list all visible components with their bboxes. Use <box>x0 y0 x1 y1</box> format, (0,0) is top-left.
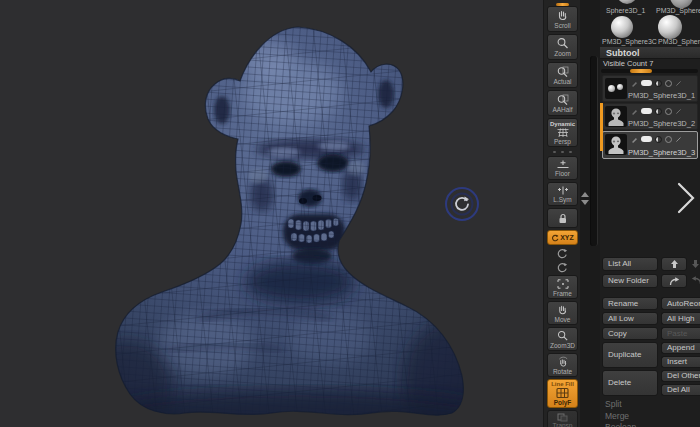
rotate-button[interactable]: Rotate <box>547 353 578 377</box>
duplicate-button[interactable]: Duplicate <box>602 342 658 368</box>
visible-count-label: Visible Count 7 <box>603 59 653 68</box>
rotate-cursor-icon[interactable] <box>443 185 481 223</box>
local-lock-button[interactable] <box>547 208 578 228</box>
autoreorder-button[interactable]: AutoReorder <box>661 297 700 310</box>
all-low-button[interactable]: All Low <box>602 312 658 325</box>
polyframe-button[interactable]: Line Fill PolyF <box>547 379 578 408</box>
shelf-slider-fill <box>556 3 569 6</box>
slash-icon[interactable] <box>675 80 682 87</box>
down-arrow-icon[interactable] <box>691 259 700 269</box>
insert-button[interactable]: Insert <box>661 356 700 368</box>
subtool-item-label: PM3D_Sphere3D_1 <box>627 91 696 100</box>
del-all-button[interactable]: Del All <box>661 384 700 396</box>
delete-button[interactable]: Delete <box>602 370 658 396</box>
move-button[interactable]: Move <box>547 301 578 325</box>
circle-icon[interactable] <box>665 108 672 115</box>
aahalf-button[interactable]: AAHalf <box>547 90 578 116</box>
subtool-item[interactable]: PM3D_Sphere3D_1 <box>602 75 698 102</box>
scroll-up-icon[interactable] <box>581 192 589 197</box>
half-circle-icon[interactable] <box>655 108 662 115</box>
thumbnail-label: PM3D_Sphere3C <box>602 38 657 45</box>
subtool-header[interactable]: Subtool <box>600 47 700 59</box>
subtool-thumb-bust <box>605 134 627 155</box>
scroll-button[interactable]: Scroll <box>547 6 578 32</box>
paste-button[interactable]: Paste <box>661 327 700 340</box>
tool-thumbnail[interactable] <box>611 16 633 38</box>
subtool-item-label: PM3D_Sphere3D_3 <box>627 148 696 157</box>
shelf-separator <box>551 149 575 154</box>
transp-button[interactable]: Transp <box>547 410 578 427</box>
rotate-arc-icon <box>551 234 559 242</box>
viewport-canvas[interactable] <box>0 0 543 427</box>
lsym-button[interactable]: L.Sym <box>547 182 578 206</box>
floor-icon <box>556 159 570 170</box>
rename-button[interactable]: Rename <box>602 297 658 310</box>
eye-pill-icon[interactable] <box>641 108 652 114</box>
magnifier-icon <box>556 93 570 106</box>
frame-icon <box>556 278 570 290</box>
persp-button[interactable]: Dynamic Persp <box>547 118 578 147</box>
hand-icon <box>556 9 570 22</box>
y-rotation-button[interactable] <box>547 247 578 259</box>
pencil-icon[interactable] <box>631 80 638 87</box>
subtool-thumb-spheres <box>605 78 627 99</box>
half-circle-icon[interactable] <box>655 80 662 87</box>
merge-section-label[interactable]: Merge <box>605 411 629 421</box>
hand-icon <box>556 304 570 316</box>
tool-thumbnail[interactable] <box>658 15 682 39</box>
copy-button[interactable]: Copy <box>602 327 658 340</box>
eye-pill-icon[interactable] <box>641 136 652 142</box>
right-shelf: Scroll Zoom Actual AAHalf Dynamic Persp … <box>543 0 581 427</box>
split-section-label[interactable]: Split <box>605 399 622 409</box>
zoom-button[interactable]: Zoom <box>547 34 578 60</box>
all-high-button[interactable]: All High <box>661 312 700 325</box>
subtool-item-label: PM3D_Sphere3D_2 <box>627 119 696 128</box>
subtool-item-icons <box>631 135 682 143</box>
z-rotation-button[interactable] <box>547 261 578 273</box>
active-range-bar <box>600 103 603 151</box>
zbrush-window: Scroll Zoom Actual AAHalf Dynamic Persp … <box>0 0 700 427</box>
magnifier-icon <box>556 37 570 50</box>
subtool-panel: Sphere3D_1 PM3D_Sphere PM3D_Sphere3C PM3… <box>600 0 700 427</box>
boolean-section-label[interactable]: Boolean <box>605 422 636 427</box>
move-to-folder-button[interactable] <box>661 274 687 288</box>
pencil-icon[interactable] <box>631 108 638 115</box>
actual-button[interactable]: Actual <box>547 62 578 88</box>
chevron-right-icon[interactable] <box>674 179 698 217</box>
move-up-button[interactable] <box>661 257 687 271</box>
frame-button[interactable]: Frame <box>547 275 578 299</box>
xyz-rotation-button[interactable]: XYZ <box>547 230 578 245</box>
subtool-item-selected[interactable]: PM3D_Sphere3D_3 <box>602 131 698 159</box>
curved-arrow-icon <box>669 277 680 286</box>
magnifier-icon <box>556 330 570 342</box>
slash-icon[interactable] <box>675 136 682 143</box>
visible-count-slider-thumb[interactable] <box>630 69 652 73</box>
floor-button[interactable]: Floor <box>547 156 578 180</box>
subtool-item[interactable]: PM3D_Sphere3D_2 <box>602 103 698 130</box>
persp-grid-icon <box>556 127 570 138</box>
rotate-arc-icon <box>557 248 568 259</box>
half-circle-icon[interactable] <box>655 136 662 143</box>
symmetry-icon <box>556 185 570 196</box>
thumbnail-label: PM3D_Sphere <box>658 38 700 45</box>
tool-thumbnail[interactable] <box>617 0 637 4</box>
scroll-down-icon[interactable] <box>581 200 589 205</box>
circle-icon[interactable] <box>665 80 672 87</box>
append-button[interactable]: Append <box>661 342 700 354</box>
polyframe-grid-icon <box>555 387 570 399</box>
tray-divider[interactable] <box>580 0 600 427</box>
del-other-button[interactable]: Del Other <box>661 370 700 382</box>
thumbnail-label: Sphere3D_1 <box>606 7 645 14</box>
curved-arrow-icon[interactable] <box>691 276 700 285</box>
new-folder-button[interactable]: New Folder <box>602 274 658 288</box>
zoom3d-button[interactable]: Zoom3D <box>547 327 578 351</box>
circle-icon[interactable] <box>665 136 672 143</box>
pencil-icon[interactable] <box>631 136 638 143</box>
slash-icon[interactable] <box>675 108 682 115</box>
rotate-arc-icon <box>557 262 568 273</box>
list-all-button[interactable]: List All <box>602 257 658 271</box>
tray-scrollbar[interactable] <box>590 56 598 246</box>
visible-count-slider[interactable] <box>601 69 698 73</box>
eye-pill-icon[interactable] <box>641 80 652 86</box>
subtool-item-icons <box>631 79 682 87</box>
